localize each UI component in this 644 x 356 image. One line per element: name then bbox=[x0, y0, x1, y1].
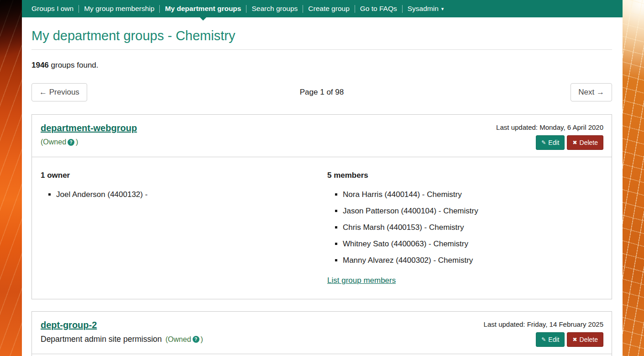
results-count-line: 1946 groups found. bbox=[31, 61, 612, 70]
group-card-header-right: Last updated: Monday, 6 April 2020 ✎Edit… bbox=[496, 120, 603, 150]
owners-heading: 1 owner bbox=[41, 171, 322, 180]
edit-button[interactable]: ✎Edit bbox=[536, 135, 565, 150]
group-description: Department admin site permission (Owned … bbox=[41, 335, 203, 344]
results-suffix: groups found. bbox=[49, 61, 99, 69]
group-name-link[interactable]: department-webgroup bbox=[41, 123, 137, 133]
pagination-status: Page 1 of 98 bbox=[31, 88, 612, 97]
last-updated-text: Last updated: Friday, 14 February 2025 bbox=[484, 320, 603, 328]
delete-button-label: Delete bbox=[580, 139, 598, 146]
owned-badge: (Owned ? ) bbox=[41, 138, 137, 146]
nav-groups-i-own[interactable]: Groups I own bbox=[31, 5, 73, 13]
owners-column: 1 owner Joel Anderson (4400132) - bbox=[41, 165, 322, 285]
delete-button[interactable]: ✖Delete bbox=[567, 332, 603, 347]
group-actions: ✎Edit ✖Delete bbox=[536, 332, 603, 347]
delete-icon: ✖ bbox=[572, 140, 577, 145]
page-title: My department groups - Chemistry bbox=[31, 17, 612, 50]
nav-separator bbox=[79, 5, 79, 13]
owned-badge: (Owned ? ) bbox=[166, 335, 203, 344]
member-item: Manny Alvarez (4400302) - Chemistry bbox=[343, 256, 603, 265]
member-item: Whitney Sato (4400063) - Chemistry bbox=[343, 239, 603, 249]
owned-prefix: (Owned bbox=[166, 335, 191, 344]
group-card-header-right: Last updated: Friday, 14 February 2025 ✎… bbox=[484, 317, 603, 347]
delete-button[interactable]: ✖Delete bbox=[567, 135, 603, 150]
member-item: Chris Marsh (4400153) - Chemistry bbox=[343, 223, 603, 232]
nav-separator bbox=[246, 5, 246, 13]
owners-list: Joel Anderson (4400132) - bbox=[41, 190, 322, 199]
group-card-body: 1 owner Joel Anderson (4400132) - 5 memb… bbox=[32, 157, 612, 299]
delete-button-label: Delete bbox=[580, 336, 598, 343]
group-name-link[interactable]: dept-group-2 bbox=[41, 320, 97, 330]
edit-button-label: Edit bbox=[548, 336, 559, 343]
main-content: My department groups - Chemistry 1946 gr… bbox=[22, 17, 623, 356]
edit-button-label: Edit bbox=[548, 139, 559, 146]
members-list: Nora Harris (4400144) - Chemistry Jason … bbox=[327, 190, 603, 265]
nav-create-group[interactable]: Create group bbox=[308, 5, 349, 13]
background-art-left bbox=[0, 0, 22, 356]
help-icon[interactable]: ? bbox=[193, 336, 199, 343]
delete-icon: ✖ bbox=[572, 337, 577, 342]
group-card-header: dept-group-2 Department admin site permi… bbox=[32, 312, 612, 354]
nav-sysadmin-dropdown[interactable]: Sysadmin ▾ bbox=[408, 5, 444, 13]
nav-separator bbox=[402, 5, 403, 13]
nav-my-department-groups[interactable]: My department groups bbox=[165, 5, 241, 13]
nav-separator bbox=[303, 5, 303, 13]
chevron-down-icon: ▾ bbox=[441, 6, 444, 11]
nav-sysadmin-label: Sysadmin bbox=[408, 5, 439, 13]
group-description-text: Department admin site permission bbox=[41, 335, 162, 344]
owned-suffix: ) bbox=[201, 335, 203, 344]
next-page-button[interactable]: Next → bbox=[571, 83, 612, 101]
owner-item: Joel Anderson (4400132) - bbox=[56, 190, 322, 199]
nav-separator bbox=[355, 5, 355, 13]
owned-suffix: ) bbox=[76, 138, 78, 146]
group-actions: ✎Edit ✖Delete bbox=[536, 135, 603, 150]
group-card-header-left: department-webgroup (Owned ? ) bbox=[41, 120, 137, 150]
edit-icon: ✎ bbox=[541, 337, 546, 342]
member-item: Nora Harris (4400144) - Chemistry bbox=[343, 190, 603, 199]
page: Groups I own My group membership My depa… bbox=[22, 0, 623, 356]
nav-search-groups[interactable]: Search groups bbox=[251, 5, 298, 13]
nav-separator bbox=[159, 5, 160, 13]
previous-page-button[interactable]: ← Previous bbox=[31, 83, 87, 101]
group-card-dept-group-2: dept-group-2 Department admin site permi… bbox=[31, 311, 612, 356]
background-art-right bbox=[623, 0, 644, 356]
list-group-members-link[interactable]: List group members bbox=[327, 276, 396, 285]
main-nav: Groups I own My group membership My depa… bbox=[22, 0, 623, 17]
group-card-header: department-webgroup (Owned ? ) Last upda… bbox=[32, 115, 612, 157]
results-count: 1946 bbox=[31, 61, 49, 69]
help-icon[interactable]: ? bbox=[68, 139, 74, 146]
members-column: 5 members Nora Harris (4400144) - Chemis… bbox=[322, 165, 603, 285]
edit-icon: ✎ bbox=[541, 140, 546, 145]
members-heading: 5 members bbox=[327, 171, 603, 180]
last-updated-text: Last updated: Monday, 6 April 2020 bbox=[496, 123, 603, 131]
group-card-header-left: dept-group-2 Department admin site permi… bbox=[41, 317, 203, 347]
nav-my-group-membership[interactable]: My group membership bbox=[84, 5, 154, 13]
edit-button[interactable]: ✎Edit bbox=[536, 332, 565, 347]
group-card-department-webgroup: department-webgroup (Owned ? ) Last upda… bbox=[31, 114, 612, 299]
owned-prefix: (Owned bbox=[41, 138, 66, 146]
pagination: ← Previous Page 1 of 98 Next → bbox=[31, 82, 612, 102]
nav-go-to-faqs[interactable]: Go to FAQs bbox=[360, 5, 397, 13]
group-card-body bbox=[32, 354, 612, 356]
member-item: Jason Patterson (4400104) - Chemistry bbox=[343, 207, 603, 216]
